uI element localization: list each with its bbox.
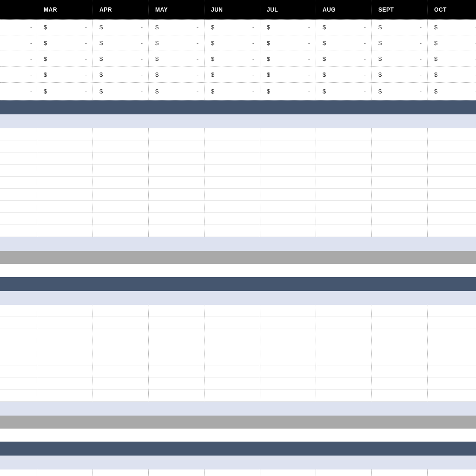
empty-cell[interactable] xyxy=(205,329,260,341)
empty-cell[interactable] xyxy=(149,377,205,389)
empty-cell[interactable] xyxy=(316,341,372,353)
empty-cell[interactable] xyxy=(372,213,428,225)
empty-cell[interactable] xyxy=(149,390,205,401)
empty-cell[interactable] xyxy=(372,377,428,389)
col-header[interactable]: JUL xyxy=(260,0,316,19)
currency-cell[interactable]: $- xyxy=(372,51,428,66)
currency-cell[interactable]: $- xyxy=(205,35,260,51)
empty-cell[interactable] xyxy=(149,225,205,237)
currency-cell[interactable]: $- xyxy=(316,20,372,35)
empty-cell[interactable] xyxy=(428,152,476,164)
empty-cell[interactable] xyxy=(37,140,93,152)
empty-cell[interactable] xyxy=(149,152,205,164)
empty-cell[interactable] xyxy=(428,341,476,353)
empty-cell[interactable] xyxy=(316,225,372,237)
empty-cell[interactable] xyxy=(205,390,260,401)
empty-cell[interactable] xyxy=(372,365,428,377)
empty-cell[interactable] xyxy=(428,317,476,329)
empty-cell[interactable] xyxy=(149,213,205,225)
empty-cell[interactable] xyxy=(205,317,260,329)
empty-cell[interactable] xyxy=(205,377,260,389)
currency-cell[interactable]: $- xyxy=(37,67,93,82)
empty-cell[interactable] xyxy=(428,390,476,401)
empty-cell[interactable] xyxy=(149,317,205,329)
empty-cell[interactable] xyxy=(37,469,93,476)
empty-cell[interactable] xyxy=(149,353,205,365)
col-header[interactable]: AUG xyxy=(316,0,372,19)
col-header[interactable]: JUN xyxy=(205,0,260,19)
empty-cell[interactable] xyxy=(372,128,428,140)
currency-cell[interactable]: $- xyxy=(428,20,476,35)
empty-cell[interactable] xyxy=(93,128,149,140)
empty-cell[interactable] xyxy=(37,165,93,176)
empty-cell[interactable] xyxy=(93,305,149,317)
currency-cell[interactable]: $- xyxy=(93,35,149,51)
empty-cell[interactable] xyxy=(37,305,93,317)
currency-cell[interactable]: $- xyxy=(260,83,316,100)
empty-cell[interactable] xyxy=(428,377,476,389)
empty-cell[interactable] xyxy=(372,317,428,329)
empty-cell[interactable] xyxy=(93,317,149,329)
empty-cell[interactable] xyxy=(260,225,316,237)
empty-cell[interactable] xyxy=(37,177,93,188)
empty-cell[interactable] xyxy=(37,128,93,140)
currency-cell[interactable]: $- xyxy=(149,67,205,82)
empty-cell[interactable] xyxy=(316,377,372,389)
empty-cell[interactable] xyxy=(260,128,316,140)
empty-cell[interactable] xyxy=(372,152,428,164)
currency-cell[interactable]: $- xyxy=(205,20,260,35)
empty-cell[interactable] xyxy=(316,329,372,341)
empty-cell[interactable] xyxy=(37,152,93,164)
empty-cell[interactable] xyxy=(205,177,260,188)
currency-cell[interactable]: $- xyxy=(37,20,93,35)
empty-cell[interactable] xyxy=(428,469,476,476)
empty-cell[interactable] xyxy=(428,305,476,317)
empty-cell[interactable] xyxy=(205,189,260,200)
currency-cell[interactable]: $- xyxy=(428,67,476,82)
empty-cell[interactable] xyxy=(37,377,93,389)
empty-cell[interactable] xyxy=(37,189,93,200)
empty-cell[interactable] xyxy=(428,353,476,365)
empty-cell[interactable] xyxy=(149,189,205,200)
empty-cell[interactable] xyxy=(93,377,149,389)
empty-cell[interactable] xyxy=(428,165,476,176)
empty-cell[interactable] xyxy=(37,213,93,225)
empty-cell[interactable] xyxy=(372,329,428,341)
empty-cell[interactable] xyxy=(205,469,260,476)
empty-cell[interactable] xyxy=(316,317,372,329)
empty-cell[interactable] xyxy=(37,225,93,237)
empty-cell[interactable] xyxy=(205,365,260,377)
empty-cell[interactable] xyxy=(37,390,93,401)
empty-cell[interactable] xyxy=(372,201,428,212)
empty-cell[interactable] xyxy=(260,365,316,377)
empty-cell[interactable] xyxy=(260,177,316,188)
empty-cell[interactable] xyxy=(428,140,476,152)
empty-cell[interactable] xyxy=(428,213,476,225)
empty-cell[interactable] xyxy=(260,469,316,476)
empty-cell[interactable] xyxy=(316,353,372,365)
currency-cell[interactable]: $- xyxy=(372,83,428,100)
empty-cell[interactable] xyxy=(428,225,476,237)
empty-cell[interactable] xyxy=(205,305,260,317)
empty-cell[interactable] xyxy=(149,469,205,476)
empty-cell[interactable] xyxy=(149,341,205,353)
empty-cell[interactable] xyxy=(372,225,428,237)
currency-cell[interactable]: $- xyxy=(372,67,428,82)
currency-cell[interactable]: $- xyxy=(316,83,372,100)
empty-cell[interactable] xyxy=(372,189,428,200)
empty-cell[interactable] xyxy=(205,341,260,353)
currency-cell[interactable]: $- xyxy=(428,83,476,100)
empty-cell[interactable] xyxy=(93,177,149,188)
empty-cell[interactable] xyxy=(37,201,93,212)
empty-cell[interactable] xyxy=(316,189,372,200)
empty-cell[interactable] xyxy=(260,341,316,353)
empty-cell[interactable] xyxy=(93,213,149,225)
empty-cell[interactable] xyxy=(260,329,316,341)
empty-cell[interactable] xyxy=(316,165,372,176)
empty-cell[interactable] xyxy=(260,189,316,200)
currency-cell[interactable]: $- xyxy=(149,35,205,51)
empty-cell[interactable] xyxy=(428,329,476,341)
empty-cell[interactable] xyxy=(260,353,316,365)
empty-cell[interactable] xyxy=(37,341,93,353)
currency-cell[interactable]: $- xyxy=(37,35,93,51)
